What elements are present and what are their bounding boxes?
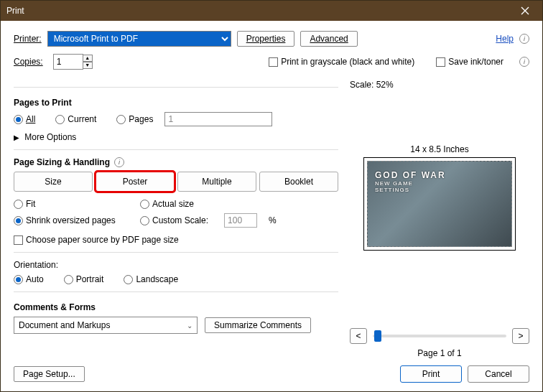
preview-next-button[interactable]: > <box>512 328 529 344</box>
orientation-auto-radio[interactable]: Auto <box>14 274 44 284</box>
tab-multiple[interactable]: Multiple <box>177 172 256 192</box>
fit-radio[interactable]: Fit <box>14 199 129 209</box>
print-dialog: Print Printer: Microsoft Print to PDF Pr… <box>0 0 543 392</box>
triangle-right-icon: ▶ <box>14 134 19 141</box>
preview-content: GOD OF WAR NEW GAME SETTINGS <box>367 161 512 247</box>
save-ink-info-icon[interactable]: i <box>519 57 529 67</box>
pages-range-radio[interactable]: Pages <box>116 114 153 124</box>
actual-size-radio[interactable]: Actual size <box>140 199 194 209</box>
pages-current-radio[interactable]: Current <box>55 114 96 124</box>
radio-icon <box>140 200 149 209</box>
close-button[interactable] <box>514 1 537 21</box>
choose-paper-checkbox[interactable]: Choose paper source by PDF page size <box>14 235 322 245</box>
titlebar: Print <box>1 1 542 21</box>
radio-icon <box>124 275 133 284</box>
comments-heading: Comments & Forms <box>14 302 338 312</box>
percent-label: % <box>269 215 277 225</box>
chevron-down-icon: ⌄ <box>187 322 192 330</box>
tab-booklet[interactable]: Booklet <box>259 172 338 192</box>
preview-slider[interactable] <box>373 335 506 337</box>
tab-size[interactable]: Size <box>14 172 93 192</box>
preview-prev-button[interactable]: < <box>350 328 367 344</box>
comments-combo[interactable]: Document and Markups ⌄ <box>14 317 198 334</box>
advanced-button[interactable]: Advanced <box>300 31 357 47</box>
pages-all-radio[interactable]: All <box>14 114 35 124</box>
preview-frame: GOD OF WAR NEW GAME SETTINGS <box>363 157 516 251</box>
custom-scale-radio[interactable]: Custom Scale: <box>140 215 208 225</box>
grayscale-label: Print in grayscale (black and white) <box>281 57 414 67</box>
orientation-portrait-radio[interactable]: Portrait <box>64 274 104 284</box>
radio-icon <box>14 115 23 124</box>
printer-select[interactable]: Microsoft Print to PDF <box>47 31 231 47</box>
page-setup-button[interactable]: Page Setup... <box>14 366 85 382</box>
summarize-comments-button[interactable]: Summarize Comments <box>205 317 311 333</box>
save-ink-label: Save ink/toner <box>448 57 503 67</box>
pages-range-input[interactable] <box>164 112 272 126</box>
orientation-landscape-radio[interactable]: Landscape <box>124 274 178 284</box>
sizing-info-icon[interactable]: i <box>114 157 124 167</box>
copies-input[interactable] <box>53 54 83 70</box>
copies-label: Copies: <box>14 57 43 67</box>
custom-scale-input[interactable] <box>224 213 257 228</box>
checkbox-icon <box>14 235 23 245</box>
radio-icon <box>140 216 149 225</box>
pages-to-print-heading: Pages to Print <box>14 98 338 108</box>
more-options-toggle[interactable]: ▶ More Options <box>14 132 338 142</box>
tab-poster[interactable]: Poster <box>96 172 175 192</box>
print-button[interactable]: Print <box>400 365 462 383</box>
checkbox-icon <box>436 57 445 67</box>
grayscale-checkbox[interactable]: Print in grayscale (black and white) <box>269 57 414 67</box>
preview-title: GOD OF WAR NEW GAME SETTINGS <box>375 169 446 193</box>
checkbox-icon <box>269 57 278 67</box>
scale-label: Scale: 52% <box>350 80 529 90</box>
preview-dimensions: 14 x 8.5 Inches <box>410 144 468 154</box>
window-title: Print <box>6 6 514 16</box>
help-link[interactable]: Help <box>496 34 514 44</box>
properties-button[interactable]: Properties <box>237 31 295 47</box>
radio-icon <box>14 275 23 284</box>
shrink-radio[interactable]: Shrink oversized pages <box>14 215 129 225</box>
page-indicator: Page 1 of 1 <box>350 348 529 358</box>
sizing-heading: Page Sizing & Handling <box>14 157 110 167</box>
orientation-heading: Orientation: <box>14 260 338 270</box>
close-icon <box>521 6 529 15</box>
radio-icon <box>14 200 23 209</box>
copies-down-button[interactable]: ▼ <box>83 62 93 69</box>
slider-thumb-icon[interactable] <box>374 330 381 342</box>
printer-label: Printer: <box>14 34 42 44</box>
radio-icon <box>64 275 73 284</box>
cancel-button[interactable]: Cancel <box>468 365 529 383</box>
copies-up-button[interactable]: ▲ <box>83 55 93 62</box>
radio-icon <box>116 115 126 124</box>
help-info-icon[interactable]: i <box>519 34 529 44</box>
save-ink-checkbox[interactable]: Save ink/toner <box>436 57 503 67</box>
radio-icon <box>14 216 23 225</box>
radio-icon <box>55 115 65 124</box>
